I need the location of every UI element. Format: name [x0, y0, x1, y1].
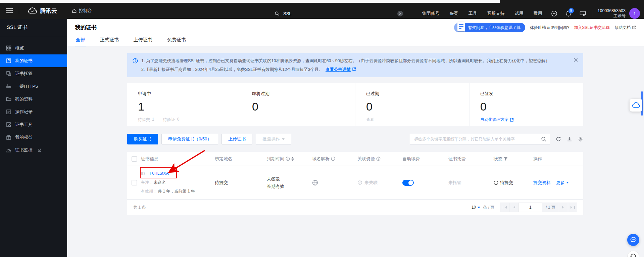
pagination: / 1 页: [500, 203, 577, 212]
menu-item-tools[interactable]: 工具: [468, 10, 477, 16]
automation-plan-label: 自动化管理方案: [480, 117, 508, 123]
join-group-link[interactable]: 加入SSL证书交流群: [574, 25, 610, 31]
apply-free-certificate-button[interactable]: 申请免费证书（0/50）: [161, 134, 218, 144]
upload-certificate-button[interactable]: 上传证书: [221, 134, 252, 144]
hamburger-menu-button[interactable]: [0, 3, 19, 19]
hosting-icon: [6, 71, 11, 76]
first-page-button[interactable]: [500, 203, 509, 212]
filter-icon[interactable]: [504, 157, 508, 161]
more-actions-link[interactable]: 更多: [556, 180, 569, 186]
announcement-link[interactable]: 查看公告详情: [326, 67, 351, 72]
batch-operation-button[interactable]: 批量操作: [256, 134, 291, 144]
stat-sub: 待提交1 待验证0: [138, 117, 230, 123]
table-toolbar: 购买证书 申请免费证书（0/50） 上传证书 批量操作: [127, 134, 583, 144]
sidebar-item-my-profile[interactable]: 我的资料: [0, 93, 67, 105]
stat-label: 已过期: [366, 91, 458, 97]
globe-icon[interactable]: [312, 180, 318, 186]
topbar-menu: 集团账号 备案 工具 客服支持 试用 费用: [422, 10, 542, 16]
certificate-id-link[interactable]: F0HLStXA: [150, 171, 169, 177]
close-banner-button[interactable]: [574, 58, 578, 62]
column-header: 状态: [494, 156, 502, 162]
sidebar-item-one-click-https[interactable]: 一键HTTPS: [0, 80, 67, 93]
headset-icon: [630, 253, 637, 257]
stat-sub-value: 0: [177, 117, 180, 123]
page-total-label: / 1 页: [542, 203, 559, 212]
tab-paid-certificates[interactable]: 正式证书: [99, 36, 119, 46]
workspace-settings-icon[interactable]: [580, 11, 586, 16]
select-all-checkbox[interactable]: [132, 156, 137, 162]
refresh-button[interactable]: [556, 136, 561, 142]
column-settings-button[interactable]: [578, 136, 583, 142]
sidebar-item-my-certificates[interactable]: 我的证书: [0, 54, 67, 67]
search-icon[interactable]: [541, 136, 546, 142]
tab-all[interactable]: 全部: [75, 36, 86, 46]
buy-certificate-button[interactable]: 购买证书: [127, 134, 158, 144]
sidebar-item-hosting[interactable]: 证书托管: [0, 67, 67, 80]
feedback-widget-button[interactable]: [630, 99, 642, 112]
auto-renew-toggle[interactable]: [402, 180, 414, 186]
page-number-input[interactable]: [518, 203, 542, 212]
chat-support-button[interactable]: [627, 234, 639, 246]
certificate-search-input[interactable]: [413, 136, 541, 142]
sidebar-item-certificate-monitor[interactable]: 证书监控: [0, 144, 67, 157]
survey-banner-button[interactable]: 有奖问卷，产品体验您说了算: [454, 23, 525, 32]
content-header: 我的证书 有奖问卷，产品体验您说了算 体验吐槽 & 遇到问题? 加入SSL证书交…: [67, 19, 644, 36]
help-doc-link[interactable]: 帮助文档: [614, 25, 636, 31]
page-size-select[interactable]: 10: [472, 205, 480, 210]
column-header: 证书信息: [141, 156, 158, 162]
topbar-search-input[interactable]: [283, 11, 397, 16]
validity-label: 有效期：: [141, 188, 157, 194]
tab-uploaded-certificates[interactable]: 上传证书: [133, 36, 153, 46]
last-page-button[interactable]: [568, 203, 577, 212]
chat-icon: [630, 237, 637, 243]
tencent-cloud-logo[interactable]: 腾讯云: [28, 7, 57, 15]
home-icon: [72, 8, 77, 13]
row-checkbox[interactable]: [132, 180, 137, 185]
info-icon[interactable]: [286, 157, 290, 161]
automation-plan-link[interactable]: 自动化管理方案: [480, 117, 573, 123]
help-doc-label: 帮助文档: [614, 25, 631, 31]
prev-page-button[interactable]: [509, 203, 518, 212]
column-header: 到期时间: [267, 156, 284, 162]
info-icon[interactable]: [376, 157, 381, 161]
column-header: 关联资源: [357, 156, 375, 162]
menu-item-icp[interactable]: 备案: [450, 10, 458, 16]
cloud-icon: [28, 7, 37, 14]
account-info[interactable]: 100036853503 主账号: [598, 8, 626, 18]
certificate-search-box[interactable]: [410, 134, 550, 144]
service-icon[interactable]: [551, 10, 557, 17]
sidebar-item-label: 我的资料: [15, 96, 33, 102]
tab-free-certificates[interactable]: 免费证书: [166, 36, 187, 46]
download-button[interactable]: [567, 136, 572, 142]
overview-icon: [6, 45, 11, 51]
sidebar: SSL 证书 概览 我的证书 证书托管 一键HTTPS 我的资料: [0, 19, 67, 257]
sort-icon[interactable]: [291, 157, 294, 161]
menu-item-group-account[interactable]: 集团账号: [422, 10, 440, 16]
clear-search-button[interactable]: [397, 11, 403, 16]
topbar-inner: 腾讯云 控制台 集团账号 备案 工具 客服支持 试用: [0, 3, 644, 19]
account-type: 主账号: [598, 13, 626, 18]
sidebar-item-certificate-tools[interactable]: 证书工具: [0, 118, 67, 131]
menu-item-trial[interactable]: 试用: [515, 10, 524, 16]
notice-lines: 1. 为了您能更便捷地管理SSL证书，控制台已支持自动查询证书关联的10种腾讯云…: [141, 57, 568, 73]
avatar[interactable]: 1: [629, 8, 640, 19]
next-page-button[interactable]: [559, 203, 568, 212]
stat-value: 1: [138, 100, 230, 113]
view-expired-link[interactable]: 查看: [366, 117, 458, 123]
stats-cards: 申请中 1 待提交1 待验证0 即将过期 0 已过期 0 查看: [127, 83, 583, 126]
info-icon[interactable]: [331, 157, 335, 161]
submit-info-link[interactable]: 提交资料: [533, 180, 551, 186]
hamburger-icon: [6, 8, 13, 13]
https-icon: [6, 84, 11, 89]
column-header: 自动续费: [402, 156, 420, 162]
topbar-divider: [593, 10, 593, 17]
menu-item-support[interactable]: 客服支持: [487, 10, 505, 16]
menu-item-billing[interactable]: 费用: [534, 10, 542, 16]
sidebar-item-operation-records[interactable]: 操作记录: [0, 105, 67, 118]
sidebar-item-overview[interactable]: 概览: [0, 42, 67, 54]
console-link[interactable]: 控制台: [72, 8, 92, 14]
sidebar-nav: 概览 我的证书 证书托管 一键HTTPS 我的资料 操作记录: [0, 36, 67, 157]
notification-bell[interactable]: 9: [565, 10, 572, 17]
sidebar-item-my-benefits[interactable]: 我的权益: [0, 131, 67, 144]
stat-value: 0: [480, 100, 573, 113]
